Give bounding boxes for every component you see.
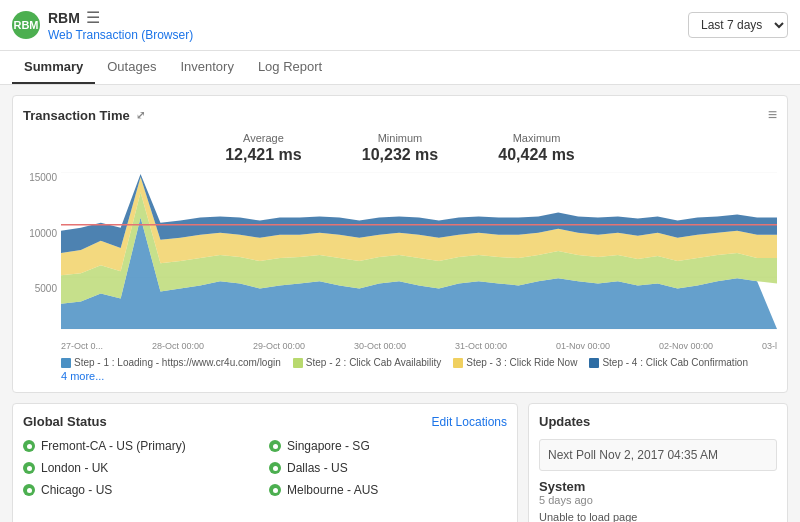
minimum-label: Minimum	[362, 132, 439, 144]
y-axis: 15000 10000 5000	[23, 172, 61, 339]
header: RBM RBM ☰ Web Transaction (Browser) Last…	[0, 0, 800, 51]
stat-average: Average 12,421 ms	[225, 132, 302, 164]
location-label-london: London - UK	[41, 461, 108, 475]
legend-color-1	[61, 358, 71, 368]
card-header: Transaction Time ⤢ ≡	[23, 106, 777, 124]
update-poll-box: Next Poll Nov 2, 2017 04:35 AM	[539, 439, 777, 471]
location-label-singapore: Singapore - SG	[287, 439, 370, 453]
hamburger-icon[interactable]: ☰	[86, 8, 100, 27]
x-label-0: 27-Oct 0...	[61, 341, 103, 351]
legend-color-2	[293, 358, 303, 368]
card-menu-icon[interactable]: ≡	[768, 106, 777, 124]
time-range-select[interactable]: Last 7 days	[688, 12, 788, 38]
location-london: London - UK	[23, 461, 261, 475]
chart-svg	[61, 172, 777, 339]
legend-label-1: Step - 1 : Loading - https://www.cr4u.co…	[74, 357, 281, 368]
legend-label-4: Step - 4 : Click Cab Confirmation	[602, 357, 748, 368]
updates-title: Updates	[539, 414, 590, 429]
x-axis: 27-Oct 0... 28-Oct 00:00 29-Oct 00:00 30…	[23, 339, 777, 351]
x-label-7: 03-l	[762, 341, 777, 351]
minimum-value: 10,232 ms	[362, 146, 439, 164]
status-dot-singapore	[269, 440, 281, 452]
system-time: 5 days ago	[539, 494, 777, 506]
expand-icon[interactable]: ⤢	[136, 109, 145, 122]
tab-summary[interactable]: Summary	[12, 51, 95, 84]
legend-item-3: Step - 3 : Click Ride Now	[453, 357, 577, 368]
tab-inventory[interactable]: Inventory	[168, 51, 245, 84]
poll-text: Next Poll Nov 2, 2017 04:35 AM	[548, 448, 718, 462]
update-system: System 5 days ago Unable to load page "h…	[539, 479, 777, 522]
stat-minimum: Minimum 10,232 ms	[362, 132, 439, 164]
edit-locations-link[interactable]: Edit Locations	[432, 415, 507, 429]
stat-maximum: Maximum 40,424 ms	[498, 132, 575, 164]
updates-header: Updates	[539, 414, 777, 429]
maximum-label: Maximum	[498, 132, 575, 144]
legend-label-2: Step - 2 : Click Cab Availability	[306, 357, 441, 368]
nav-tabs: Summary Outages Inventory Log Report	[0, 51, 800, 85]
average-label: Average	[225, 132, 302, 144]
status-dot-london	[23, 462, 35, 474]
location-singapore: Singapore - SG	[269, 439, 507, 453]
legend-item-1: Step - 1 : Loading - https://www.cr4u.co…	[61, 357, 281, 368]
app-container: RBM RBM ☰ Web Transaction (Browser) Last…	[0, 0, 800, 522]
y-label-10000: 10000	[23, 228, 57, 239]
logo: RBM	[12, 11, 40, 39]
x-label-6: 02-Nov 00:00	[659, 341, 713, 351]
location-fremont: Fremont-CA - US (Primary)	[23, 439, 261, 453]
tab-log-report[interactable]: Log Report	[246, 51, 334, 84]
system-title: System	[539, 479, 777, 494]
location-melbourne: Melbourne - AUS	[269, 483, 507, 497]
sub-title[interactable]: Web Transaction (Browser)	[48, 28, 193, 42]
legend-item-4: Step - 4 : Click Cab Confirmation	[589, 357, 748, 368]
global-status-panel: Global Status Edit Locations Fremont-CA …	[12, 403, 518, 522]
status-dot-chicago	[23, 484, 35, 496]
x-label-3: 30-Oct 00:00	[354, 341, 406, 351]
status-dot-dallas	[269, 462, 281, 474]
legend-label-3: Step - 3 : Click Ride Now	[466, 357, 577, 368]
header-left: RBM RBM ☰ Web Transaction (Browser)	[12, 8, 193, 42]
legend-more[interactable]: 4 more...	[61, 370, 777, 382]
app-title: RBM	[48, 10, 80, 26]
location-grid: Fremont-CA - US (Primary) Singapore - SG…	[23, 439, 507, 497]
header-title-group: RBM ☰ Web Transaction (Browser)	[48, 8, 193, 42]
x-label-1: 28-Oct 00:00	[152, 341, 204, 351]
legend-item-2: Step - 2 : Click Cab Availability	[293, 357, 441, 368]
stats-row: Average 12,421 ms Minimum 10,232 ms Maxi…	[23, 132, 777, 164]
y-label-5000: 5000	[23, 283, 57, 294]
chart-wrapper: 15000 10000 5000	[23, 172, 777, 339]
main-content: Transaction Time ⤢ ≡ Average 12,421 ms M…	[0, 85, 800, 522]
average-value: 12,421 ms	[225, 146, 302, 164]
transaction-time-card: Transaction Time ⤢ ≡ Average 12,421 ms M…	[12, 95, 788, 393]
global-status-title: Global Status	[23, 414, 107, 429]
card-title: Transaction Time ⤢	[23, 108, 145, 123]
legend-color-4	[589, 358, 599, 368]
location-chicago: Chicago - US	[23, 483, 261, 497]
chart-area	[61, 172, 777, 339]
x-label-4: 31-Oct 00:00	[455, 341, 507, 351]
bottom-panels: Global Status Edit Locations Fremont-CA …	[12, 403, 788, 522]
maximum-value: 40,424 ms	[498, 146, 575, 164]
system-text: Unable to load page "https://www.managee…	[539, 510, 777, 522]
location-label-chicago: Chicago - US	[41, 483, 112, 497]
x-label-5: 01-Nov 00:00	[556, 341, 610, 351]
legend: Step - 1 : Loading - https://www.cr4u.co…	[61, 357, 777, 368]
location-label-melbourne: Melbourne - AUS	[287, 483, 378, 497]
location-label-dallas: Dallas - US	[287, 461, 348, 475]
global-status-header: Global Status Edit Locations	[23, 414, 507, 429]
y-label-15000: 15000	[23, 172, 57, 183]
tab-outages[interactable]: Outages	[95, 51, 168, 84]
location-label-fremont: Fremont-CA - US (Primary)	[41, 439, 186, 453]
updates-panel: Updates Next Poll Nov 2, 2017 04:35 AM S…	[528, 403, 788, 522]
status-dot-melbourne	[269, 484, 281, 496]
legend-color-3	[453, 358, 463, 368]
x-label-2: 29-Oct 00:00	[253, 341, 305, 351]
location-dallas: Dallas - US	[269, 461, 507, 475]
legend-container: Step - 1 : Loading - https://www.cr4u.co…	[23, 357, 777, 382]
status-dot-fremont	[23, 440, 35, 452]
